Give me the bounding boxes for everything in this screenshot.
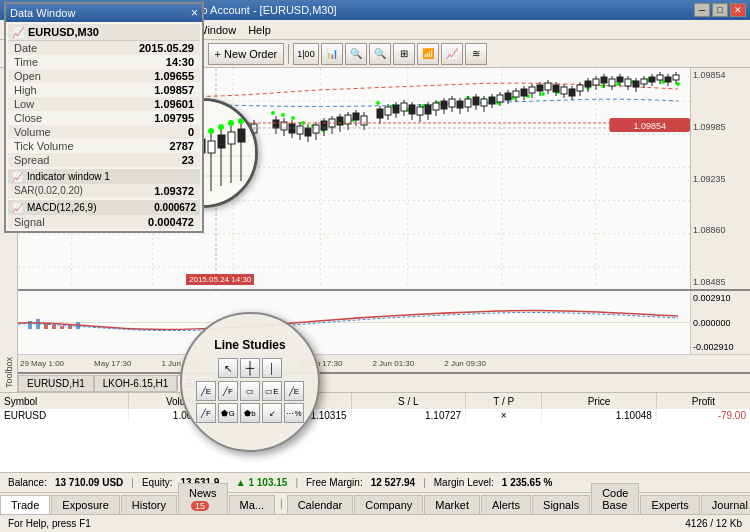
price-level-5: 1.08485 [693, 277, 748, 287]
indicator-scale-2: 0.000000 [693, 318, 748, 328]
svg-rect-126 [353, 113, 359, 120]
new-order-button[interactable]: + New Order [208, 43, 285, 65]
ls-btn-diamond-b[interactable]: ⬟b [240, 403, 260, 423]
svg-rect-194 [633, 81, 639, 87]
svg-rect-136 [401, 103, 407, 111]
svg-rect-152 [465, 99, 471, 107]
svg-rect-180 [577, 85, 583, 91]
svg-text:1.09854: 1.09854 [633, 121, 666, 131]
status-sep-2: | [295, 477, 298, 488]
ls-btn-diamond-g[interactable]: ⬟G [218, 403, 238, 423]
tab-exposure[interactable]: Exposure [51, 495, 119, 514]
tab-trade[interactable]: Trade [0, 495, 50, 514]
toolbar-period[interactable]: ≋ [465, 43, 487, 65]
svg-rect-245 [60, 326, 64, 329]
chart-tabs-row: EURUSD,H1 LKOH-6.15,H1 EURUSD,M30 ◀ ▶ [18, 372, 750, 392]
price-level-1: 1.09854 [693, 70, 748, 80]
bottom-tabs-row: Trade Exposure History News 15 Ma... | C… [0, 492, 750, 514]
dw-row-signal: Signal 0.000472 [8, 215, 200, 229]
help-bar: For Help, press F1 4126 / 12 Kb [0, 514, 750, 532]
menu-help[interactable]: Help [242, 22, 277, 38]
indicator-svg [18, 291, 690, 354]
dw-pair-name: EURUSD,M30 [28, 26, 99, 38]
toolbar-search[interactable]: 🔍 [345, 43, 367, 65]
toolbar-sep-4 [288, 44, 289, 64]
ls-btn-rect[interactable]: ▭ [240, 381, 260, 401]
toolbar-zoom-100[interactable]: 1|00 [293, 43, 318, 65]
tab-experts[interactable]: Experts [640, 495, 699, 514]
svg-rect-166 [521, 89, 527, 96]
ls-btn-line-f2[interactable]: ╱F [196, 403, 216, 423]
chart-tab-lkoh[interactable]: LKOH-6.15,H1 [94, 375, 178, 392]
svg-point-55 [541, 92, 545, 96]
toolbar-grid[interactable]: ⊞ [393, 43, 415, 65]
maximize-button[interactable]: □ [712, 3, 728, 17]
orders-col-sl: S / L [351, 393, 466, 409]
svg-rect-231 [238, 129, 245, 142]
ls-btn-rect-e[interactable]: ▭E [262, 381, 282, 401]
time-label-1: 29 May 1:00 [20, 359, 64, 368]
svg-rect-225 [208, 141, 215, 153]
ls-btn-line-e2[interactable]: ╱E [284, 381, 304, 401]
ls-btn-arrow[interactable]: ↙ [262, 403, 282, 423]
data-window-close-button[interactable]: × [191, 6, 198, 20]
balance-label: Balance: [8, 477, 47, 488]
tab-market[interactable]: Market [424, 495, 480, 514]
indicator-panel: 0.002910 0.000000 -0.002910 [18, 289, 750, 354]
order-profit: -79.00 [656, 409, 750, 422]
tab-codebase[interactable]: Code Base [591, 483, 639, 514]
ls-btn-percent[interactable]: ⋯% [284, 403, 304, 423]
ls-btn-vline[interactable]: │ [262, 358, 282, 378]
margin-level-value: 1 235.65 % [502, 477, 553, 488]
svg-rect-227 [218, 135, 225, 148]
tab-history[interactable]: History [121, 495, 177, 514]
data-window-body: 📈 EURUSD,M30 Date 2015.05.29 Time 14:30 … [6, 22, 202, 231]
toolbar-indicators[interactable]: 📈 [441, 43, 463, 65]
indicator-scale-3: -0.002910 [693, 342, 748, 352]
tab-signals[interactable]: Signals [532, 495, 590, 514]
toolbar-vol[interactable]: 📶 [417, 43, 439, 65]
close-button[interactable]: ✕ [730, 3, 746, 17]
dw-row-spread: Spread 23 [8, 153, 200, 167]
tab-company[interactable]: Company [354, 495, 423, 514]
tab-journal[interactable]: Journal [701, 495, 750, 514]
toolbar-chart-type[interactable]: 📊 [321, 43, 343, 65]
balance-value: 13 710.09 USD [55, 477, 123, 488]
dw-indicator-label: Indicator window 1 [27, 171, 110, 182]
svg-rect-168 [529, 87, 535, 93]
svg-rect-172 [545, 83, 551, 90]
time-axis: 29 May 1:00 May 17:30 1 Jun 0:30 1 Jun 0… [18, 354, 750, 372]
chart-tab-eurusd-h1[interactable]: EURUSD,H1 [18, 375, 94, 392]
svg-rect-192 [625, 79, 631, 86]
toolbar-search2[interactable]: 🔍 [369, 43, 391, 65]
tab-ma[interactable]: Ma... [229, 495, 275, 514]
ls-btn-cursor[interactable]: ↖ [218, 358, 238, 378]
svg-rect-142 [425, 105, 431, 114]
order-row-1[interactable]: EURUSD 1.00 1.10315 1.10727 × 1.10048 -7… [0, 409, 750, 422]
ls-btn-line-e[interactable]: ╱E [196, 381, 216, 401]
tab-calendar[interactable]: Calendar [287, 495, 354, 514]
svg-rect-112 [297, 126, 303, 134]
minimize-button[interactable]: ─ [694, 3, 710, 17]
data-window-title-text: Data Window [10, 7, 75, 19]
svg-rect-196 [641, 79, 647, 84]
svg-rect-178 [569, 89, 575, 96]
ls-btn-crosshair[interactable]: ┼ [240, 358, 260, 378]
svg-rect-140 [417, 107, 423, 115]
dw-row-close: Close 1.09795 [8, 111, 200, 125]
svg-rect-174 [553, 85, 559, 92]
svg-rect-150 [457, 101, 463, 108]
dw-row-sar: SAR(0.02,0.20) 1.09372 [8, 184, 200, 198]
orders-col-symbol: Symbol [0, 393, 129, 409]
ls-btn-line-f[interactable]: ╱F [218, 381, 238, 401]
tab-alerts[interactable]: Alerts [481, 495, 531, 514]
price-level-3: 1.09235 [693, 174, 748, 184]
title-bar-controls: ─ □ ✕ [694, 3, 746, 17]
svg-rect-116 [313, 125, 319, 133]
svg-point-36 [291, 116, 295, 120]
svg-rect-188 [609, 79, 615, 86]
tab-news[interactable]: News 15 [178, 483, 228, 514]
svg-point-63 [661, 80, 665, 84]
free-margin-value: 12 527.94 [371, 477, 416, 488]
price-scale: 1.09854 1.09985 1.09235 1.08860 1.08485 [690, 68, 750, 289]
